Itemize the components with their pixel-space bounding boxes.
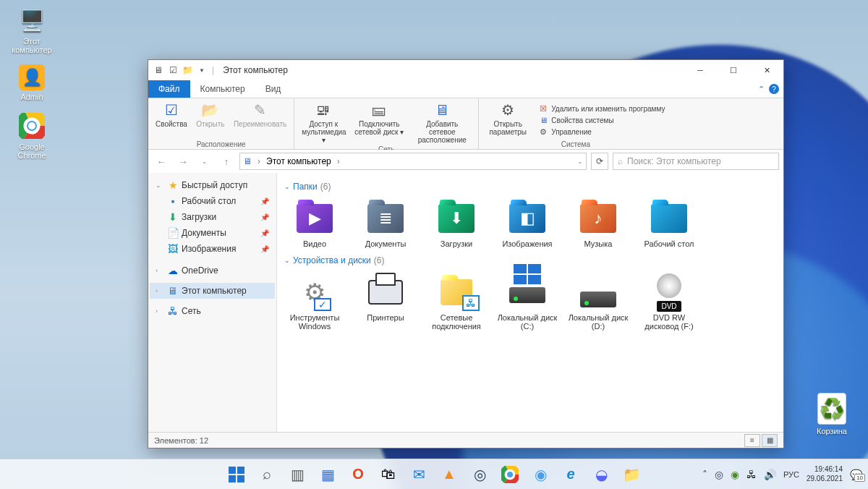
qat-dropdown-icon[interactable]: ▼ [196, 64, 208, 76]
ribbon-rename[interactable]: ✎Переименовать [229, 100, 291, 129]
item-net-connections[interactable]: 🖧Сетевые подключения [425, 271, 488, 333]
discord-button[interactable]: ◒ [587, 461, 615, 488]
item-desktop[interactable]: Рабочий стол [637, 197, 701, 251]
steam-button[interactable]: ◎ [466, 461, 493, 488]
system-tray: ˄ ◎ ◉ 🖧 🔊 РУС 19:46:14 29.06.2021 💬 10 [702, 465, 862, 483]
address-bar[interactable]: 🖥 › Этот компьютер › ⌄ [239, 153, 587, 170]
tray-sound-icon[interactable]: 🔊 [764, 469, 776, 480]
ribbon-open-settings[interactable]: ⚙Открыть параметры [482, 100, 534, 140]
qat-monitor-icon[interactable]: 🖥 [153, 64, 164, 76]
maximize-button[interactable]: ☐ [717, 60, 750, 80]
vlc-button[interactable]: ▲ [435, 461, 463, 488]
sidebar-documents[interactable]: 📄Документы📌 [150, 225, 275, 241]
ribbon-manage[interactable]: ⚙Управление [535, 126, 668, 137]
tray-language[interactable]: РУС [783, 470, 799, 479]
breadcrumb-label[interactable]: Этот компьютер [266, 156, 331, 166]
notif-badge: 10 [854, 474, 865, 482]
sidebar-this-pc[interactable]: ›🖥Этот компьютер [150, 283, 275, 299]
item-windows-tools[interactable]: ⚙✓Инструменты Windows [283, 271, 346, 333]
edge-button[interactable]: e [557, 461, 584, 488]
dropdown-icon[interactable]: ⌄ [577, 158, 583, 165]
title-bar[interactable]: 🖥 ☑ 📁 ▼ | Этот компьютер ─ ☐ ✕ [148, 60, 783, 80]
ribbon-add-location[interactable]: 🖥Добавить сетевое расположение [409, 100, 475, 145]
printer-icon [368, 280, 403, 305]
item-downloads[interactable]: ⬇Загрузки [425, 197, 488, 251]
forward-button[interactable]: → [176, 154, 190, 169]
ribbon-properties[interactable]: ☑Свойства [151, 100, 192, 129]
tray-clock[interactable]: 19:46:14 29.06.2021 [807, 465, 843, 483]
refresh-button[interactable]: ⟳ [591, 153, 608, 170]
qat-check-icon[interactable]: ☑ [167, 64, 179, 76]
chromium-button[interactable]: ◉ [527, 461, 554, 488]
taskbar[interactable]: ⌕ ▥ ▦ O 🛍 ✉ ▲ ◎ ◉ e ◒ 📁 ˄ ◎ ◉ 🖧 🔊 РУС 19… [0, 459, 868, 489]
monitor-icon: 🖥️ [17, 6, 46, 35]
ribbon-uninstall[interactable]: ☒Удалить или изменить программу [535, 103, 668, 114]
expand-icon[interactable]: ⌄ [156, 182, 164, 189]
sidebar-pictures[interactable]: 🖼Изображения📌 [150, 241, 275, 257]
item-printers[interactable]: Принтеры [354, 271, 417, 333]
search-button[interactable]: ⌕ [253, 461, 281, 488]
nav-pane[interactable]: ⌄★Быстрый доступ ▪Рабочий стол📌 ⬇Загрузк… [148, 173, 277, 432]
search-box[interactable]: ⌕ Поиск: Этот компьютер [613, 153, 779, 170]
start-button[interactable] [223, 461, 250, 488]
desktop-icon-chrome[interactable]: Google Chrome [6, 111, 58, 160]
sidebar-onedrive[interactable]: ›☁OneDrive [150, 263, 275, 278]
desktop-icon-this-pc[interactable]: 🖥️Этот компьютер [6, 6, 58, 54]
view-details-button[interactable]: ≡ [744, 434, 760, 447]
sidebar-desktop[interactable]: ▪Рабочий стол📌 [150, 193, 275, 209]
ribbon-sys-props[interactable]: 🖥Свойства системы [535, 114, 668, 126]
store-button[interactable]: 🛍 [375, 461, 402, 488]
minimize-button[interactable]: ─ [684, 60, 717, 80]
item-disk-c[interactable]: Локальный диск (C:) [495, 271, 559, 333]
item-dvd-f[interactable]: DVDDVD RW дисковод (F:) [637, 271, 701, 333]
office-button[interactable]: O [344, 461, 372, 488]
clock-date: 29.06.2021 [807, 475, 843, 484]
ribbon-group-system: ⚙Открыть параметры ☒Удалить или изменить… [479, 98, 672, 149]
tray-nvidia-icon[interactable]: ◉ [731, 469, 739, 480]
taskbar-apps: ⌕ ▥ ▦ O 🛍 ✉ ▲ ◎ ◉ e ◒ 📁 [223, 461, 645, 488]
ribbon-open[interactable]: 📂Открыть [192, 100, 229, 129]
sidebar-downloads[interactable]: ⬇Загрузки📌 [150, 209, 275, 225]
up-button[interactable]: ↑ [219, 154, 234, 169]
group-header-folders[interactable]: ⌄Папки(6) [283, 177, 778, 197]
item-documents[interactable]: ≣Документы [354, 197, 417, 251]
nav-row: ← → ⌄ ↑ 🖥 › Этот компьютер › ⌄ ⟳ ⌕ Поиск… [148, 150, 783, 173]
expand-icon[interactable]: › [156, 287, 164, 294]
tab-file[interactable]: Файл [148, 80, 190, 98]
widgets-button[interactable]: ▦ [314, 461, 341, 488]
help-icon[interactable]: ? [769, 84, 779, 94]
recent-dropdown[interactable]: ⌄ [197, 154, 212, 169]
desktop-icon-recycle[interactable]: ♻️ Корзина [806, 393, 858, 435]
qat-folder-icon[interactable]: 📁 [182, 64, 193, 76]
tab-view[interactable]: Вид [255, 80, 292, 98]
content-pane[interactable]: ⌄Папки(6) ▶Видео ≣Документы ⬇Загрузки ◧И… [277, 173, 783, 432]
mail-button[interactable]: ✉ [405, 461, 433, 488]
desktop-icon-admin[interactable]: 👤Admin [6, 64, 58, 101]
close-button[interactable]: ✕ [750, 60, 783, 80]
item-music[interactable]: ♪Музыка [566, 197, 630, 251]
sidebar-quick-access[interactable]: ⌄★Быстрый доступ [150, 177, 275, 193]
pin-icon: 📌 [260, 245, 272, 253]
tray-overflow[interactable]: ˄ [702, 469, 707, 480]
tray-network-icon[interactable]: 🖧 [746, 469, 757, 480]
chrome-button[interactable] [496, 461, 524, 488]
tab-computer[interactable]: Компьютер [190, 80, 255, 98]
ribbon-map-drive[interactable]: 🖴Подключить сетевой диск ▾ [349, 100, 409, 145]
sidebar-network[interactable]: ›🖧Сеть [150, 303, 275, 319]
ribbon-media[interactable]: 🖳Доступ к мультимедиа ▾ [297, 100, 349, 145]
taskview-button[interactable]: ▥ [284, 461, 311, 488]
separator: | [212, 65, 214, 75]
expand-icon[interactable]: › [156, 307, 164, 315]
tray-notifications[interactable]: 💬 10 [850, 469, 862, 480]
view-large-button[interactable]: ▦ [762, 434, 778, 447]
item-videos[interactable]: ▶Видео [283, 197, 346, 251]
item-pictures[interactable]: ◧Изображения [495, 197, 559, 251]
back-button[interactable]: ← [154, 154, 169, 169]
expand-icon[interactable]: › [156, 267, 164, 274]
explorer-button[interactable]: 📁 [618, 461, 645, 488]
tray-steam-icon[interactable]: ◎ [715, 469, 723, 480]
disc-icon [657, 273, 681, 298]
item-disk-d[interactable]: Локальный диск (D:) [566, 271, 630, 333]
collapse-ribbon-icon[interactable]: ⌃ [758, 85, 765, 94]
pin-icon: 📌 [260, 197, 272, 205]
